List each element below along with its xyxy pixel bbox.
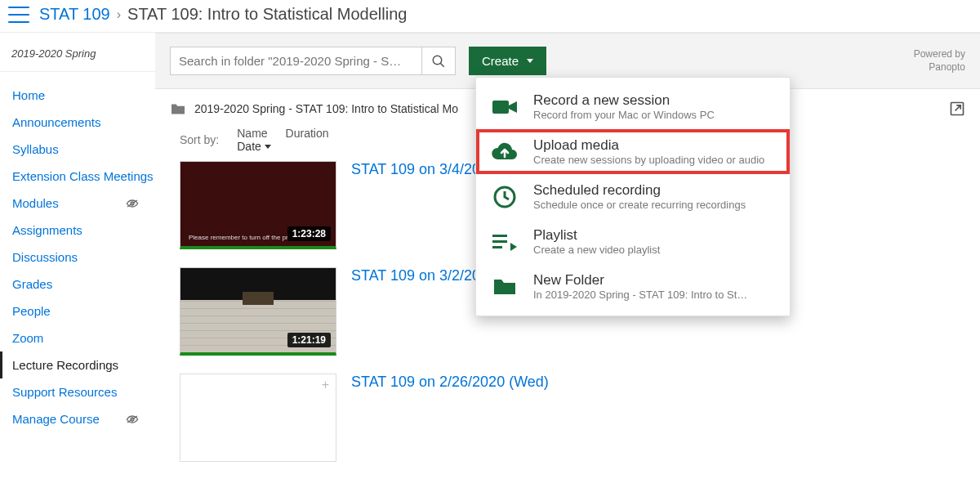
- nav-item[interactable]: Syllabus: [0, 136, 155, 163]
- menu-toggle[interactable]: [8, 7, 29, 23]
- nav-item[interactable]: Modules: [0, 190, 155, 217]
- upload-icon: [491, 140, 519, 164]
- video-thumbnail[interactable]: [180, 374, 336, 462]
- video-row: STAT 109 on 2/26/2020 (Wed): [180, 374, 956, 462]
- create-menu-item[interactable]: Upload mediaCreate new sessions by uploa…: [476, 129, 790, 174]
- sort-option[interactable]: Name: [237, 127, 267, 140]
- caret-down-icon: [265, 145, 271, 149]
- video-title-link[interactable]: STAT 109 on 2/26/2020 (Wed): [351, 374, 549, 462]
- search-icon: [431, 54, 446, 69]
- sort-option[interactable]: Date: [237, 140, 328, 153]
- breadcrumb-separator: ›: [117, 7, 121, 22]
- nav-item[interactable]: Manage Course: [0, 405, 155, 432]
- svg-rect-9: [492, 240, 507, 243]
- nav-item[interactable]: Extension Class Meetings: [0, 163, 155, 190]
- menu-item-subtitle: Record from your Mac or Windows PC: [533, 109, 715, 121]
- clock-icon: [491, 185, 519, 209]
- search-input[interactable]: [170, 47, 421, 75]
- term-label: 2019-2020 Spring: [0, 41, 155, 72]
- nav-link[interactable]: Assignments: [12, 223, 82, 237]
- video-title-link[interactable]: STAT 109 on 3/4/20: [351, 161, 480, 249]
- course-nav: HomeAnnouncementsSyllabusExtension Class…: [0, 72, 155, 442]
- create-label: Create: [482, 54, 519, 68]
- create-menu-item[interactable]: Scheduled recordingSchedule once or crea…: [476, 174, 790, 219]
- nav-link[interactable]: People: [12, 304, 51, 318]
- nav-item[interactable]: Discussions: [0, 244, 155, 271]
- svg-point-4: [433, 56, 442, 65]
- create-dropdown: Record a new sessionRecord from your Mac…: [475, 77, 791, 316]
- create-menu-item[interactable]: Record a new sessionRecord from your Mac…: [476, 84, 790, 129]
- nav-item[interactable]: Assignments: [0, 217, 155, 244]
- nav-item[interactable]: Announcements: [0, 109, 155, 136]
- breadcrumb: STAT 109 › STAT 109: Intro to Statistica…: [39, 5, 407, 24]
- video-duration: 1:21:19: [287, 333, 331, 347]
- folder-icon: [491, 275, 519, 299]
- nav-link[interactable]: Announcements: [12, 115, 100, 129]
- nav-link[interactable]: Home: [12, 88, 45, 102]
- create-menu-item[interactable]: New FolderIn 2019-2020 Spring - STAT 109…: [476, 264, 790, 309]
- nav-link[interactable]: Lecture Recordings: [12, 358, 118, 372]
- search-button[interactable]: [421, 47, 456, 75]
- nav-item[interactable]: Lecture Recordings: [0, 351, 155, 378]
- nav-link[interactable]: Support Resources: [12, 385, 117, 399]
- nav-link[interactable]: Zoom: [12, 331, 43, 345]
- menu-item-title: Scheduled recording: [533, 182, 746, 199]
- open-external-icon[interactable]: [949, 101, 965, 117]
- nav-link[interactable]: Manage Course: [12, 412, 100, 426]
- menu-item-subtitle: Create new sessions by uploading video o…: [533, 154, 764, 166]
- hidden-icon: [126, 414, 139, 424]
- camera-icon: [491, 95, 519, 119]
- sort-label: Sort by:: [180, 133, 219, 146]
- menu-item-title: Playlist: [533, 227, 660, 244]
- hidden-icon: [126, 199, 139, 208]
- nav-link[interactable]: Syllabus: [12, 142, 59, 156]
- video-thumbnail[interactable]: Please remember to turn off the pr1:23:2…: [180, 161, 336, 249]
- powered-by: Powered by Panopto: [914, 48, 965, 74]
- chevron-down-icon: [527, 59, 533, 63]
- sort-option[interactable]: Duration: [286, 127, 329, 140]
- video-thumbnail[interactable]: 1:21:19: [180, 267, 336, 356]
- svg-line-5: [440, 63, 444, 67]
- breadcrumb-course-link[interactable]: STAT 109: [39, 5, 110, 24]
- menu-item-title: New Folder: [533, 272, 747, 289]
- nav-link[interactable]: Modules: [12, 196, 59, 210]
- menu-item-title: Record a new session: [533, 92, 715, 109]
- create-button[interactable]: Create: [469, 47, 546, 75]
- menu-item-subtitle: In 2019-2020 Spring - STAT 109: Intro to…: [533, 289, 747, 301]
- nav-link[interactable]: Discussions: [12, 250, 78, 264]
- search-box: [170, 47, 456, 75]
- playlist-icon: [491, 230, 519, 254]
- create-menu-item[interactable]: PlaylistCreate a new video playlist: [476, 219, 790, 264]
- nav-link[interactable]: Grades: [12, 277, 52, 291]
- nav-item[interactable]: Grades: [0, 271, 155, 298]
- folder-title: 2019-2020 Spring - STAT 109: Intro to St…: [194, 102, 458, 115]
- nav-item[interactable]: Home: [0, 82, 155, 109]
- nav-item[interactable]: Zoom: [0, 325, 155, 351]
- svg-rect-6: [492, 101, 509, 114]
- nav-item[interactable]: People: [0, 298, 155, 325]
- breadcrumb-title: STAT 109: Intro to Statistical Modelling: [127, 5, 407, 24]
- svg-rect-8: [492, 235, 507, 237]
- video-duration: 1:23:28: [287, 226, 331, 241]
- video-title-link[interactable]: STAT 109 on 3/2/20: [351, 267, 480, 356]
- nav-item[interactable]: Support Resources: [0, 378, 155, 405]
- nav-link[interactable]: Extension Class Meetings: [12, 169, 154, 183]
- svg-rect-10: [492, 246, 502, 248]
- thumb-caption: Please remember to turn off the pr: [189, 234, 288, 241]
- folder-icon: [170, 102, 186, 115]
- menu-item-title: Upload media: [533, 137, 764, 154]
- menu-item-subtitle: Create a new video playlist: [533, 244, 660, 256]
- menu-item-subtitle: Schedule once or create recurring record…: [533, 199, 746, 211]
